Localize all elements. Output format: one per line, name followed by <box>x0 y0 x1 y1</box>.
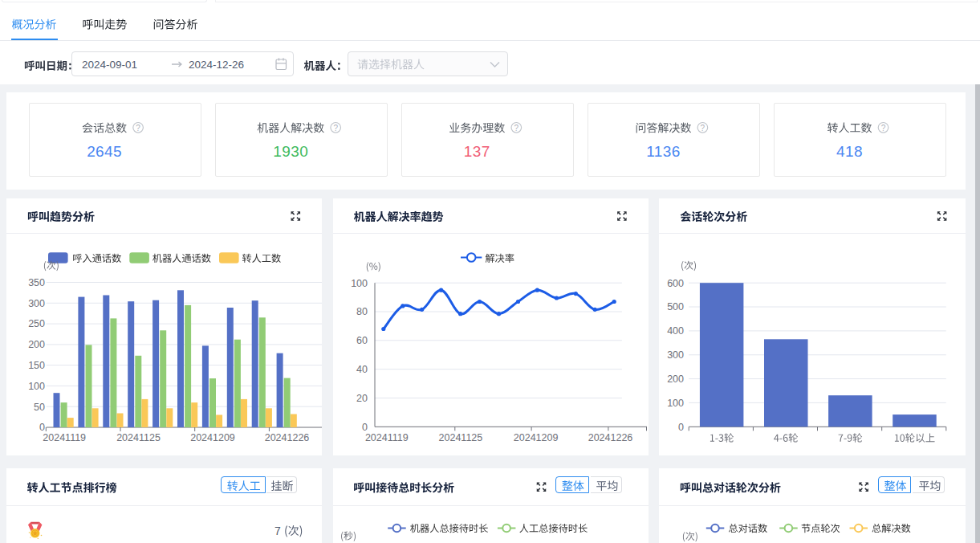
svg-text:1136: 1136 <box>646 143 680 160</box>
svg-text:2645: 2645 <box>87 143 122 160</box>
svg-text:20241209: 20241209 <box>190 432 235 443</box>
svg-text:100: 100 <box>667 398 684 409</box>
svg-text:20241226: 20241226 <box>588 432 633 443</box>
svg-text:40: 40 <box>356 364 368 375</box>
svg-text:20: 20 <box>356 393 368 404</box>
svg-text:20241119: 20241119 <box>365 432 409 443</box>
svg-text:250: 250 <box>28 318 45 329</box>
svg-text:200: 200 <box>28 339 45 350</box>
svg-text:137: 137 <box>464 143 490 160</box>
svg-text:500: 500 <box>667 301 684 312</box>
svg-text:?: ? <box>333 124 338 133</box>
svg-text:350: 350 <box>28 277 45 288</box>
svg-text:2024-09-01: 2024-09-01 <box>82 59 137 71</box>
svg-text:20241125: 20241125 <box>439 432 483 443</box>
svg-text:300: 300 <box>28 298 45 309</box>
svg-text:300: 300 <box>667 349 684 361</box>
svg-text:60: 60 <box>356 335 368 346</box>
svg-text:100: 100 <box>351 278 368 289</box>
svg-text:600: 600 <box>667 278 684 289</box>
svg-text:1930: 1930 <box>273 143 308 160</box>
svg-text:418: 418 <box>836 143 863 160</box>
svg-text:0: 0 <box>362 422 368 433</box>
svg-text:7: 7 <box>274 525 281 537</box>
svg-text:150: 150 <box>28 360 45 371</box>
svg-text:200: 200 <box>667 374 684 385</box>
svg-text:?: ? <box>136 124 140 133</box>
svg-text:0: 0 <box>678 422 684 433</box>
svg-text:?: ? <box>881 124 886 133</box>
svg-text:50: 50 <box>34 402 45 413</box>
svg-text:?: ? <box>514 124 519 133</box>
svg-text:400: 400 <box>667 325 684 337</box>
svg-text:100: 100 <box>28 381 45 392</box>
svg-text:2024-12-26: 2024-12-26 <box>189 59 244 71</box>
svg-text:20241119: 20241119 <box>43 432 86 443</box>
svg-text:?: ? <box>701 124 706 133</box>
svg-text:80: 80 <box>356 306 368 317</box>
svg-text:20241226: 20241226 <box>265 432 310 443</box>
svg-text:20241209: 20241209 <box>514 432 559 443</box>
svg-text:20241125: 20241125 <box>116 432 161 443</box>
